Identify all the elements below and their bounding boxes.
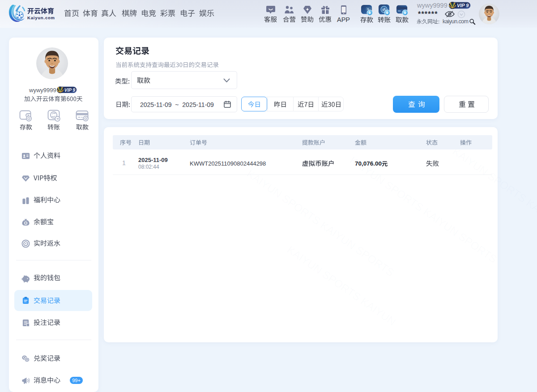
svg-text:VIP 9: VIP 9 xyxy=(64,88,76,93)
svg-text:VIP 9: VIP 9 xyxy=(457,3,469,8)
